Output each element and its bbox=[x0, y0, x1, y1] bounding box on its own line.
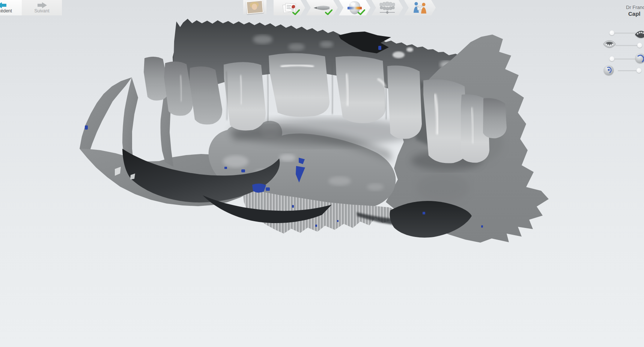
sphere-blue-scan-thumb-icon[interactable] bbox=[633, 53, 644, 65]
patient-name: Capl bbox=[628, 11, 644, 18]
send-to-persons-icon bbox=[413, 2, 427, 14]
sphere-blue-model-thumb-icon[interactable] bbox=[602, 64, 615, 76]
slider-track[interactable] bbox=[612, 59, 636, 60]
slider-end-dot[interactable] bbox=[637, 43, 642, 48]
next-label: Suivant bbox=[22, 8, 62, 14]
upper-jaw-dark-thumb-icon[interactable] bbox=[633, 26, 644, 39]
patient-photo-icon bbox=[246, 0, 264, 14]
navigation-bar: Précédent Suivant bbox=[0, 0, 62, 15]
patient-info: Dr Franc Capl bbox=[626, 5, 644, 18]
previous-button[interactable]: Précédent bbox=[0, 0, 22, 15]
lower-jaw-light-thumb-icon[interactable] bbox=[602, 39, 617, 52]
previous-label: Précédent bbox=[0, 8, 22, 14]
slider-end-dot[interactable] bbox=[609, 30, 614, 35]
jaw-teeth-slider-icon bbox=[379, 2, 396, 14]
workflow-steps bbox=[243, 0, 436, 15]
previous-arrow-icon bbox=[0, 2, 7, 8]
step-model[interactable] bbox=[339, 0, 370, 15]
step-patient-photo[interactable] bbox=[243, 0, 266, 14]
dental-cad-app: { "nav": { "previous_label": "Précédent"… bbox=[0, 0, 644, 347]
next-arrow-icon bbox=[37, 2, 47, 8]
slider-end-dot[interactable] bbox=[636, 68, 641, 73]
slider-track[interactable] bbox=[615, 45, 640, 46]
step-design[interactable] bbox=[372, 0, 403, 15]
slider-end-dot[interactable] bbox=[609, 56, 614, 61]
step-scan[interactable] bbox=[306, 0, 338, 15]
step-administration[interactable] bbox=[274, 0, 305, 15]
3d-model-viewport[interactable] bbox=[0, 0, 644, 347]
check-icon bbox=[292, 9, 300, 15]
doctor-name: Dr Franc bbox=[626, 5, 644, 11]
next-button[interactable]: Suivant bbox=[22, 0, 62, 15]
check-icon bbox=[325, 9, 333, 15]
check-icon bbox=[358, 9, 365, 15]
step-export[interactable] bbox=[404, 0, 436, 15]
